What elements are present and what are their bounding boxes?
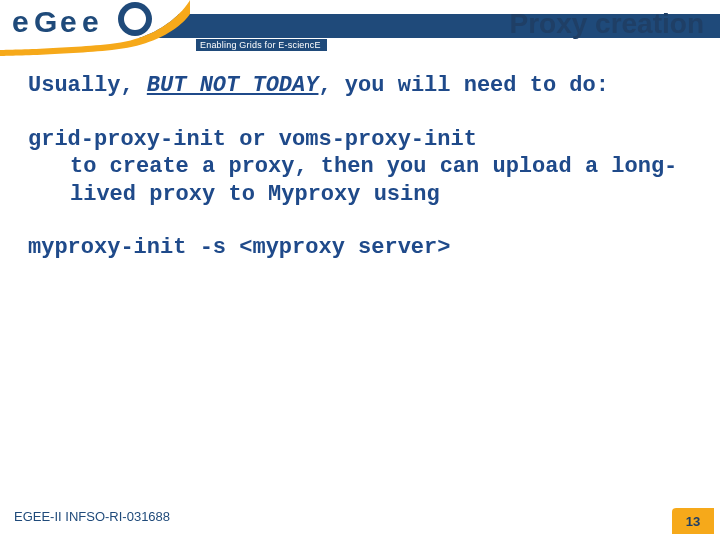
svg-point-1 bbox=[124, 8, 146, 30]
body-line-2: grid-proxy-init or voms-proxy-init bbox=[28, 126, 700, 154]
text-rest: , you will need to do: bbox=[318, 73, 608, 98]
slide-header: e G e e Proxy creation Enabling Grids fo… bbox=[0, 0, 720, 52]
svg-text:G: G bbox=[34, 5, 57, 38]
slide-body: Usually, BUT NOT TODAY, you will need to… bbox=[28, 72, 700, 288]
body-line-1: Usually, BUT NOT TODAY, you will need to… bbox=[28, 72, 700, 100]
text-emphasis: BUT NOT TODAY bbox=[147, 73, 319, 98]
slide-title: Proxy creation bbox=[509, 8, 704, 40]
body-line-3: to create a proxy, then you can upload a… bbox=[28, 153, 700, 208]
body-line-4: myproxy-init -s <myproxy server> bbox=[28, 234, 700, 262]
slide-tagline: Enabling Grids for E-sciencE bbox=[196, 39, 327, 51]
page-number: 13 bbox=[672, 508, 714, 534]
body-block-2: grid-proxy-init or voms-proxy-init to cr… bbox=[28, 126, 700, 209]
text-usually: Usually, bbox=[28, 73, 147, 98]
svg-text:e: e bbox=[60, 5, 77, 38]
egee-logo: e G e e bbox=[0, 0, 190, 58]
svg-text:e: e bbox=[12, 5, 29, 38]
svg-text:e: e bbox=[82, 5, 99, 38]
logo-swoosh-icon: e G e e bbox=[0, 0, 190, 58]
footer-reference: EGEE-II INFSO-RI-031688 bbox=[14, 509, 170, 524]
